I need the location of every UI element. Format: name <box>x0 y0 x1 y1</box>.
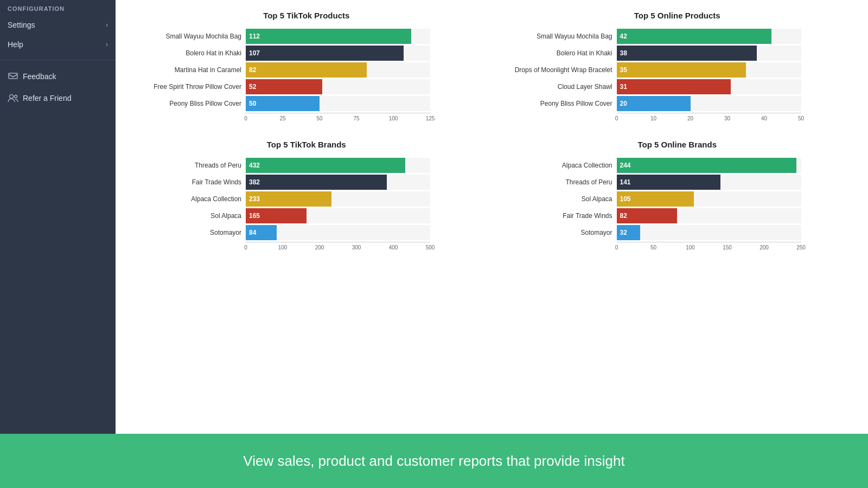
feedback-label: Feedback <box>23 72 56 81</box>
bar-area: 32 <box>617 225 801 240</box>
chart-tiktok-products-bars: Small Wayuu Mochila Bag 112 Bolero Hat i… <box>132 29 481 124</box>
axis-tick: 100 <box>686 245 695 251</box>
chart-axis: 050100150200250 <box>617 242 801 253</box>
chart-axis: 0100200300400500 <box>246 242 430 253</box>
bar-label: Sotomayor <box>137 229 246 236</box>
bar-area: 42 <box>617 29 801 44</box>
sidebar: CONFIGURATION Settings › Help › Feedback <box>0 0 116 434</box>
bar: 141 <box>617 175 721 190</box>
bar-label: Martina Hat in Caramel <box>137 66 246 74</box>
settings-chevron-icon: › <box>106 21 108 29</box>
table-row: Bolero Hat in Khaki 38 <box>508 46 801 61</box>
axis-tick: 500 <box>426 245 435 251</box>
table-row: Fair Trade Winds 82 <box>508 208 801 223</box>
bar-label: Sol Alpaca <box>508 195 617 203</box>
sidebar-divider <box>0 60 116 60</box>
bar-label: Bolero Hat in Khaki <box>137 49 246 57</box>
footer-banner: View sales, product and customer reports… <box>0 434 868 488</box>
axis-tick: 100 <box>389 115 398 121</box>
chart-tiktok-brands-bars: Threads of Peru 432 Fair Trade Winds 382… <box>132 158 481 253</box>
bar: 244 <box>617 158 797 173</box>
bar-label: Cloud Layer Shawl <box>508 83 617 91</box>
bar: 112 <box>246 29 411 44</box>
help-chevron-icon: › <box>106 41 108 48</box>
sidebar-item-refer[interactable]: Refer a Friend <box>0 87 116 109</box>
bar-label: Small Wayuu Mochila Bag <box>137 33 246 40</box>
bar: 382 <box>246 175 387 190</box>
bar-area: 50 <box>246 96 430 111</box>
axis-tick: 200 <box>760 245 769 251</box>
bar: 82 <box>617 208 678 223</box>
refer-icon <box>8 93 18 104</box>
bar-label: Alpaca Collection <box>137 195 246 203</box>
table-row: Alpaca Collection 244 <box>508 158 801 173</box>
table-row: Peony Bliss Pillow Cover 50 <box>137 96 430 111</box>
axis-tick: 250 <box>796 245 806 251</box>
axis-tick: 200 <box>315 245 324 251</box>
bar-label: Threads of Peru <box>137 162 246 169</box>
axis-tick: 125 <box>426 115 435 121</box>
bar-area: 35 <box>617 62 801 78</box>
table-row: Martina Hat in Caramel 82 <box>137 62 430 78</box>
axis-tick: 150 <box>723 245 732 251</box>
bar-label: Drops of Moonlight Wrap Bracelet <box>508 66 617 74</box>
axis-tick: 100 <box>278 245 288 251</box>
config-label: CONFIGURATION <box>0 0 116 15</box>
chart-axis: 0255075100125 <box>246 113 430 124</box>
svg-point-1 <box>10 95 14 99</box>
table-row: Sol Alpaca 105 <box>508 191 801 207</box>
table-row: Threads of Peru 432 <box>137 158 430 173</box>
bar-label: Threads of Peru <box>508 178 617 186</box>
bar: 165 <box>246 208 307 223</box>
bar: 38 <box>617 46 757 61</box>
feedback-icon <box>8 71 18 82</box>
sidebar-item-feedback[interactable]: Feedback <box>0 66 116 87</box>
chart-online-products-bars: Small Wayuu Mochila Bag 42 Bolero Hat in… <box>503 29 852 124</box>
sidebar-item-help[interactable]: Help › <box>0 35 116 54</box>
axis-tick: 300 <box>352 245 361 251</box>
bar: 84 <box>246 225 277 240</box>
bar: 32 <box>617 225 641 240</box>
bar-label: Bolero Hat in Khaki <box>508 49 617 57</box>
refer-label: Refer a Friend <box>23 94 71 102</box>
bar-area: 382 <box>246 175 430 190</box>
bar-area: 52 <box>246 79 430 94</box>
chart-tiktok-brands-title: Top 5 TikTok Brands <box>132 140 481 149</box>
chart-online-products: Top 5 Online Products Small Wayuu Mochil… <box>503 11 852 124</box>
table-row: Free Spirit Throw Pillow Cover 52 <box>137 79 430 94</box>
axis-tick: 30 <box>724 115 730 121</box>
axis-tick: 0 <box>615 115 618 121</box>
bar-label: Peony Bliss Pillow Cover <box>508 100 617 107</box>
bar-label: Small Wayuu Mochila Bag <box>508 33 617 40</box>
axis-tick: 50 <box>650 245 656 251</box>
sidebar-item-settings[interactable]: Settings › <box>0 15 116 35</box>
table-row: Small Wayuu Mochila Bag 42 <box>508 29 801 44</box>
chart-tiktok-products-title: Top 5 TikTok Products <box>132 11 481 20</box>
bar-area: 244 <box>617 158 801 173</box>
help-label: Help <box>8 40 23 49</box>
table-row: Cloud Layer Shawl 31 <box>508 79 801 94</box>
bar-label: Free Spirit Throw Pillow Cover <box>137 83 246 91</box>
bar-label: Fair Trade Winds <box>508 212 617 220</box>
table-row: Threads of Peru 141 <box>508 175 801 190</box>
bar: 20 <box>617 96 691 111</box>
table-row: Small Wayuu Mochila Bag 112 <box>137 29 430 44</box>
table-row: Alpaca Collection 233 <box>137 191 430 207</box>
footer-text: View sales, product and customer reports… <box>243 453 624 470</box>
axis-tick: 20 <box>687 115 693 121</box>
chart-online-brands: Top 5 Online Brands Alpaca Collection 24… <box>503 140 852 253</box>
chart-online-brands-bars: Alpaca Collection 244 Threads of Peru 14… <box>503 158 852 253</box>
table-row: Sotomayor 32 <box>508 225 801 240</box>
bar: 233 <box>246 191 331 207</box>
axis-tick: 25 <box>279 115 285 121</box>
bar-area: 107 <box>246 46 430 61</box>
table-row: Peony Bliss Pillow Cover 20 <box>508 96 801 111</box>
table-row: Fair Trade Winds 382 <box>137 175 430 190</box>
bar-label: Sotomayor <box>508 229 617 236</box>
axis-tick: 50 <box>798 115 804 121</box>
svg-point-2 <box>15 95 17 98</box>
bar-area: 141 <box>617 175 801 190</box>
bar-area: 20 <box>617 96 801 111</box>
bar-area: 84 <box>246 225 430 240</box>
chart-tiktok-brands: Top 5 TikTok Brands Threads of Peru 432 … <box>132 140 481 253</box>
